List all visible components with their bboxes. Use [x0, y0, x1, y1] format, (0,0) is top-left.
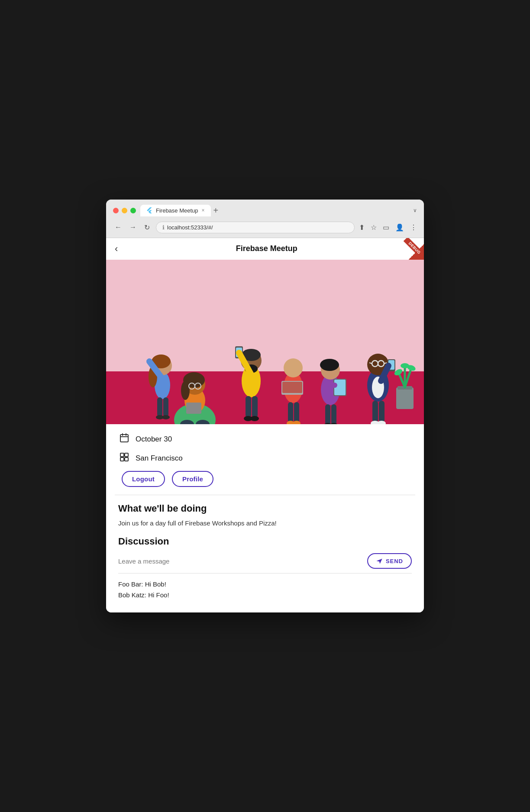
location-row: San Francisco — [118, 452, 412, 465]
event-details: October 30 San Francisco Logout Profile — [106, 424, 424, 487]
svg-point-73 — [401, 363, 409, 368]
svg-rect-78 — [120, 453, 124, 457]
svg-point-32 — [250, 416, 259, 421]
list-item: Foo Bar: Hi Bob! — [118, 580, 412, 588]
address-bar[interactable]: ℹ localhost:52333/#/ — [156, 222, 355, 233]
app-content: ‹ Firebase Meetup DEBUG — [106, 238, 424, 613]
list-item: Bob Katz: Hi Foo! — [118, 591, 412, 599]
browser-window: Firebase Meetup × + ∨ ← → ↻ ℹ localhost:… — [106, 200, 424, 613]
browser-titlebar: Firebase Meetup × + ∨ — [106, 200, 424, 220]
svg-rect-30 — [252, 396, 258, 418]
send-icon — [376, 557, 383, 564]
hero-image — [106, 260, 424, 424]
discussion-title: Discussion — [118, 536, 412, 547]
refresh-button[interactable]: ↻ — [142, 222, 152, 232]
svg-rect-6 — [163, 397, 168, 417]
reader-mode-icon[interactable]: ▭ — [383, 223, 389, 232]
flutter-icon — [146, 207, 152, 213]
tab-bar: Firebase Meetup × + ∨ — [140, 205, 417, 216]
what-doing-body: Join us for a day full of Firebase Works… — [106, 519, 424, 536]
back-nav-button[interactable]: ← — [113, 222, 123, 232]
browser-addressbar: ← → ↻ ℹ localhost:52333/#/ ⬆ ☆ ▭ 👤 ⋮ — [106, 220, 424, 238]
tab-close-button[interactable]: × — [202, 207, 205, 213]
what-doing-title: What we'll be doing — [106, 503, 424, 514]
svg-rect-47 — [325, 404, 330, 424]
svg-rect-5 — [157, 397, 162, 417]
content-divider — [115, 495, 415, 495]
close-traffic-light[interactable] — [113, 208, 119, 213]
new-tab-button[interactable]: + — [213, 206, 219, 215]
svg-rect-36 — [282, 382, 302, 393]
svg-rect-66 — [396, 387, 414, 409]
svg-point-49 — [324, 423, 332, 424]
message-input-row: SEND — [118, 553, 412, 574]
share-icon[interactable]: ⬆ — [359, 223, 365, 232]
svg-point-65 — [377, 421, 386, 424]
hero-illustration — [106, 260, 424, 424]
app-header: ‹ Firebase Meetup DEBUG — [106, 238, 424, 260]
svg-rect-74 — [120, 435, 128, 442]
calendar-icon — [118, 433, 130, 446]
svg-rect-79 — [125, 453, 128, 457]
svg-point-13 — [181, 381, 190, 400]
svg-rect-80 — [120, 458, 124, 461]
app-back-button[interactable]: ‹ — [115, 244, 118, 254]
message-list: Foo Bar: Hi Bob! Bob Katz: Hi Foo! — [118, 580, 412, 612]
send-button[interactable]: SEND — [367, 553, 412, 569]
active-tab[interactable]: Firebase Meetup × — [140, 205, 211, 216]
event-date: October 30 — [136, 435, 172, 444]
svg-rect-29 — [246, 396, 251, 418]
minimize-traffic-light[interactable] — [122, 208, 127, 213]
svg-point-50 — [330, 423, 338, 424]
tab-dropdown-button[interactable]: ∨ — [413, 207, 417, 213]
fullscreen-traffic-light[interactable] — [130, 208, 136, 213]
event-location: San Francisco — [136, 454, 183, 463]
discussion-section: Discussion SEND Foo Bar: Hi Bob! Bob Kat… — [106, 536, 424, 612]
location-icon — [118, 452, 130, 465]
svg-rect-63 — [379, 401, 385, 422]
profile-button[interactable]: Profile — [172, 471, 213, 487]
app-title: Firebase Meetup — [118, 244, 415, 253]
debug-label: DEBUG — [404, 238, 424, 259]
action-buttons: Logout Profile — [118, 471, 412, 487]
tab-title: Firebase Meetup — [156, 207, 198, 214]
svg-rect-37 — [288, 402, 293, 423]
svg-rect-48 — [331, 404, 336, 424]
svg-rect-81 — [125, 458, 128, 461]
svg-point-43 — [320, 359, 339, 371]
svg-rect-38 — [294, 402, 299, 423]
profile-icon[interactable]: 👤 — [395, 223, 404, 232]
date-row: October 30 — [118, 433, 412, 446]
svg-marker-82 — [376, 559, 382, 564]
svg-point-40 — [293, 421, 301, 424]
info-icon: ℹ — [162, 224, 165, 231]
traffic-lights — [113, 208, 136, 213]
address-text: localhost:52333/#/ — [167, 224, 348, 231]
svg-point-34 — [284, 358, 303, 377]
svg-point-8 — [162, 415, 170, 419]
svg-rect-17 — [186, 403, 201, 414]
bookmark-icon[interactable]: ☆ — [371, 223, 377, 232]
logout-button[interactable]: Logout — [122, 471, 165, 487]
menu-icon[interactable]: ⋮ — [410, 223, 417, 232]
forward-nav-button[interactable]: → — [128, 222, 138, 232]
toolbar-icons: ⬆ ☆ ▭ 👤 ⋮ — [359, 223, 417, 232]
svg-rect-62 — [372, 401, 378, 422]
message-input[interactable] — [118, 556, 363, 567]
